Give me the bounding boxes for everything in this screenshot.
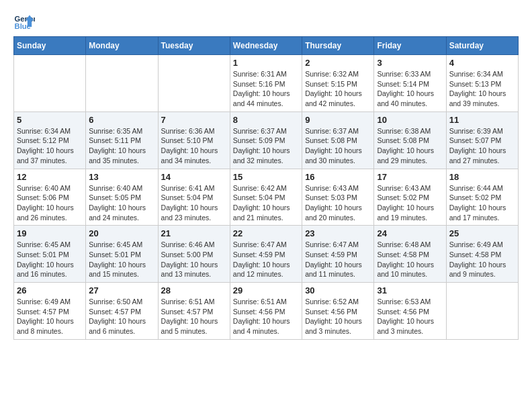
- day-cell: [446, 283, 518, 340]
- day-number: 19: [17, 228, 83, 238]
- day-info: Sunrise: 6:35 AM Sunset: 5:11 PM Dayligh…: [89, 126, 154, 166]
- day-info: Sunrise: 6:34 AM Sunset: 5:12 PM Dayligh…: [17, 126, 83, 166]
- day-cell: 26Sunrise: 6:49 AM Sunset: 4:57 PM Dayli…: [14, 283, 86, 340]
- day-info: Sunrise: 6:37 AM Sunset: 5:08 PM Dayligh…: [305, 126, 371, 166]
- day-cell: 3Sunrise: 6:33 AM Sunset: 5:14 PM Daylig…: [374, 55, 446, 112]
- day-cell: 2Sunrise: 6:32 AM Sunset: 5:15 PM Daylig…: [302, 55, 374, 112]
- day-cell: 31Sunrise: 6:53 AM Sunset: 4:56 PM Dayli…: [374, 283, 446, 340]
- day-info: Sunrise: 6:47 AM Sunset: 4:59 PM Dayligh…: [233, 240, 299, 279]
- day-cell: 7Sunrise: 6:36 AM Sunset: 5:10 PM Daylig…: [158, 111, 230, 169]
- day-cell: 8Sunrise: 6:37 AM Sunset: 5:09 PM Daylig…: [230, 111, 302, 169]
- day-number: 27: [89, 285, 154, 295]
- header-wednesday: Wednesday: [230, 37, 302, 55]
- day-cell: 17Sunrise: 6:43 AM Sunset: 5:02 PM Dayli…: [374, 169, 446, 226]
- day-cell: 11Sunrise: 6:39 AM Sunset: 5:07 PM Dayli…: [446, 111, 518, 169]
- day-number: 26: [17, 285, 83, 295]
- day-number: 18: [449, 172, 515, 182]
- day-info: Sunrise: 6:49 AM Sunset: 4:57 PM Dayligh…: [17, 297, 83, 336]
- day-info: Sunrise: 6:53 AM Sunset: 4:56 PM Dayligh…: [377, 297, 443, 336]
- day-number: 5: [17, 115, 83, 125]
- header-saturday: Saturday: [446, 37, 518, 55]
- day-info: Sunrise: 6:46 AM Sunset: 5:00 PM Dayligh…: [161, 240, 227, 279]
- day-number: 29: [233, 285, 299, 295]
- logo: General Blue: [13, 11, 38, 32]
- day-cell: 19Sunrise: 6:45 AM Sunset: 5:01 PM Dayli…: [14, 226, 86, 283]
- header: General Blue: [13, 11, 519, 32]
- day-number: 16: [305, 172, 371, 182]
- day-cell: 21Sunrise: 6:46 AM Sunset: 5:00 PM Dayli…: [158, 226, 230, 283]
- day-number: 31: [377, 285, 443, 295]
- day-info: Sunrise: 6:39 AM Sunset: 5:07 PM Dayligh…: [449, 126, 515, 166]
- day-number: 21: [161, 228, 227, 238]
- day-number: 25: [449, 228, 515, 238]
- header-thursday: Thursday: [302, 37, 374, 55]
- week-row-4: 26Sunrise: 6:49 AM Sunset: 4:57 PM Dayli…: [14, 283, 519, 340]
- day-cell: 13Sunrise: 6:40 AM Sunset: 5:05 PM Dayli…: [86, 169, 158, 226]
- day-info: Sunrise: 6:40 AM Sunset: 5:05 PM Dayligh…: [89, 183, 154, 223]
- day-cell: 4Sunrise: 6:34 AM Sunset: 5:13 PM Daylig…: [446, 55, 518, 112]
- header-row: SundayMondayTuesdayWednesdayThursdayFrid…: [14, 37, 519, 55]
- day-cell: 6Sunrise: 6:35 AM Sunset: 5:11 PM Daylig…: [86, 111, 158, 169]
- header-tuesday: Tuesday: [158, 37, 230, 55]
- day-info: Sunrise: 6:32 AM Sunset: 5:15 PM Dayligh…: [305, 69, 371, 109]
- day-number: 8: [233, 115, 299, 125]
- day-info: Sunrise: 6:37 AM Sunset: 5:09 PM Dayligh…: [233, 126, 299, 166]
- day-cell: 29Sunrise: 6:51 AM Sunset: 4:56 PM Dayli…: [230, 283, 302, 340]
- day-cell: 23Sunrise: 6:47 AM Sunset: 4:59 PM Dayli…: [302, 226, 374, 283]
- header-monday: Monday: [86, 37, 158, 55]
- day-info: Sunrise: 6:43 AM Sunset: 5:03 PM Dayligh…: [305, 183, 371, 223]
- day-cell: 9Sunrise: 6:37 AM Sunset: 5:08 PM Daylig…: [302, 111, 374, 169]
- week-row-2: 12Sunrise: 6:40 AM Sunset: 5:06 PM Dayli…: [14, 169, 519, 226]
- day-info: Sunrise: 6:33 AM Sunset: 5:14 PM Dayligh…: [377, 69, 443, 109]
- day-info: Sunrise: 6:51 AM Sunset: 4:57 PM Dayligh…: [161, 297, 227, 336]
- day-number: 24: [377, 228, 443, 238]
- day-cell: 16Sunrise: 6:43 AM Sunset: 5:03 PM Dayli…: [302, 169, 374, 226]
- day-cell: 30Sunrise: 6:52 AM Sunset: 4:56 PM Dayli…: [302, 283, 374, 340]
- header-friday: Friday: [374, 37, 446, 55]
- calendar-body: 1Sunrise: 6:31 AM Sunset: 5:16 PM Daylig…: [14, 55, 519, 340]
- day-info: Sunrise: 6:45 AM Sunset: 5:01 PM Dayligh…: [17, 240, 83, 279]
- day-cell: 14Sunrise: 6:41 AM Sunset: 5:04 PM Dayli…: [158, 169, 230, 226]
- day-info: Sunrise: 6:50 AM Sunset: 4:57 PM Dayligh…: [89, 297, 154, 336]
- day-info: Sunrise: 6:34 AM Sunset: 5:13 PM Dayligh…: [449, 69, 515, 109]
- day-cell: 27Sunrise: 6:50 AM Sunset: 4:57 PM Dayli…: [86, 283, 158, 340]
- day-number: 12: [17, 172, 83, 182]
- day-info: Sunrise: 6:31 AM Sunset: 5:16 PM Dayligh…: [233, 69, 299, 109]
- day-number: 23: [305, 228, 371, 238]
- day-cell: 10Sunrise: 6:38 AM Sunset: 5:08 PM Dayli…: [374, 111, 446, 169]
- day-number: 2: [305, 58, 371, 68]
- day-number: 15: [233, 172, 299, 182]
- day-cell: [86, 55, 158, 112]
- day-info: Sunrise: 6:44 AM Sunset: 5:02 PM Dayligh…: [449, 183, 515, 223]
- day-number: 10: [377, 115, 443, 125]
- day-number: 6: [89, 115, 154, 125]
- day-cell: 20Sunrise: 6:45 AM Sunset: 5:01 PM Dayli…: [86, 226, 158, 283]
- calendar-header: SundayMondayTuesdayWednesdayThursdayFrid…: [14, 37, 519, 55]
- week-row-1: 5Sunrise: 6:34 AM Sunset: 5:12 PM Daylig…: [14, 111, 519, 169]
- day-info: Sunrise: 6:47 AM Sunset: 4:59 PM Dayligh…: [305, 240, 371, 279]
- day-number: 4: [449, 58, 515, 68]
- day-number: 17: [377, 172, 443, 182]
- day-number: 20: [89, 228, 154, 238]
- day-info: Sunrise: 6:48 AM Sunset: 4:58 PM Dayligh…: [377, 240, 443, 279]
- header-sunday: Sunday: [14, 37, 86, 55]
- day-info: Sunrise: 6:42 AM Sunset: 5:04 PM Dayligh…: [233, 183, 299, 223]
- day-number: 7: [161, 115, 227, 125]
- day-cell: 24Sunrise: 6:48 AM Sunset: 4:58 PM Dayli…: [374, 226, 446, 283]
- day-number: 14: [161, 172, 227, 182]
- day-cell: 12Sunrise: 6:40 AM Sunset: 5:06 PM Dayli…: [14, 169, 86, 226]
- day-info: Sunrise: 6:41 AM Sunset: 5:04 PM Dayligh…: [161, 183, 227, 223]
- day-number: 22: [233, 228, 299, 238]
- day-info: Sunrise: 6:43 AM Sunset: 5:02 PM Dayligh…: [377, 183, 443, 223]
- day-cell: 1Sunrise: 6:31 AM Sunset: 5:16 PM Daylig…: [230, 55, 302, 112]
- day-info: Sunrise: 6:52 AM Sunset: 4:56 PM Dayligh…: [305, 297, 371, 336]
- day-number: 13: [89, 172, 154, 182]
- day-info: Sunrise: 6:49 AM Sunset: 4:58 PM Dayligh…: [449, 240, 515, 279]
- day-number: 30: [305, 285, 371, 295]
- week-row-0: 1Sunrise: 6:31 AM Sunset: 5:16 PM Daylig…: [14, 55, 519, 112]
- day-info: Sunrise: 6:36 AM Sunset: 5:10 PM Dayligh…: [161, 126, 227, 166]
- day-cell: 25Sunrise: 6:49 AM Sunset: 4:58 PM Dayli…: [446, 226, 518, 283]
- week-row-3: 19Sunrise: 6:45 AM Sunset: 5:01 PM Dayli…: [14, 226, 519, 283]
- day-number: 3: [377, 58, 443, 68]
- day-number: 1: [233, 58, 299, 68]
